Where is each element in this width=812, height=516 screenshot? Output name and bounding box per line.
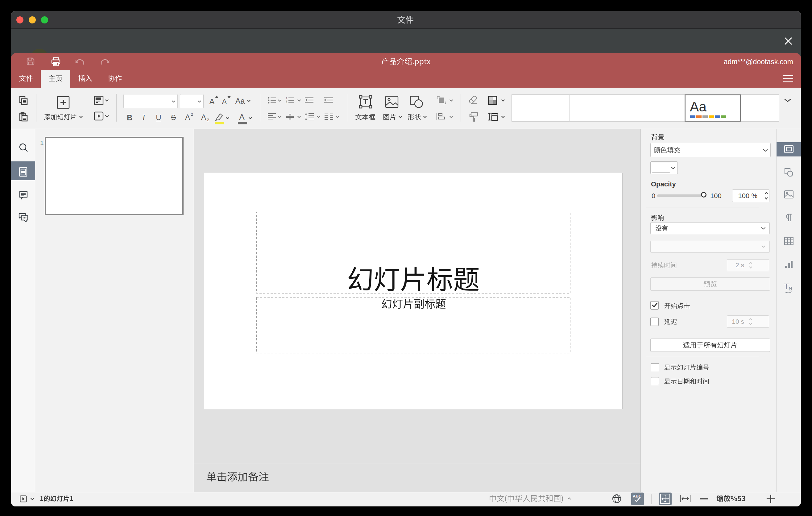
svg-text:T: T	[784, 282, 789, 291]
svg-text:3: 3	[286, 102, 287, 104]
svg-text:a: a	[788, 284, 792, 292]
